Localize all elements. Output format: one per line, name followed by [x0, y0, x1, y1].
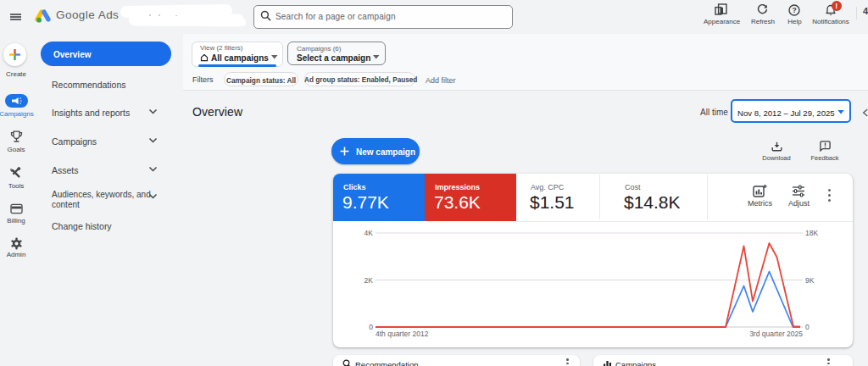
svg-text:4K: 4K: [364, 229, 374, 237]
svg-text:2K: 2K: [364, 276, 374, 285]
svg-text:0: 0: [369, 323, 373, 331]
svg-text:4th quarter 2012: 4th quarter 2012: [376, 330, 429, 338]
svg-text:?: ?: [792, 6, 796, 14]
svg-text:9K: 9K: [805, 276, 815, 285]
svg-text:3rd quarter 2025: 3rd quarter 2025: [749, 330, 803, 338]
svg-text:18K: 18K: [805, 229, 818, 237]
svg-text:0: 0: [805, 323, 810, 331]
